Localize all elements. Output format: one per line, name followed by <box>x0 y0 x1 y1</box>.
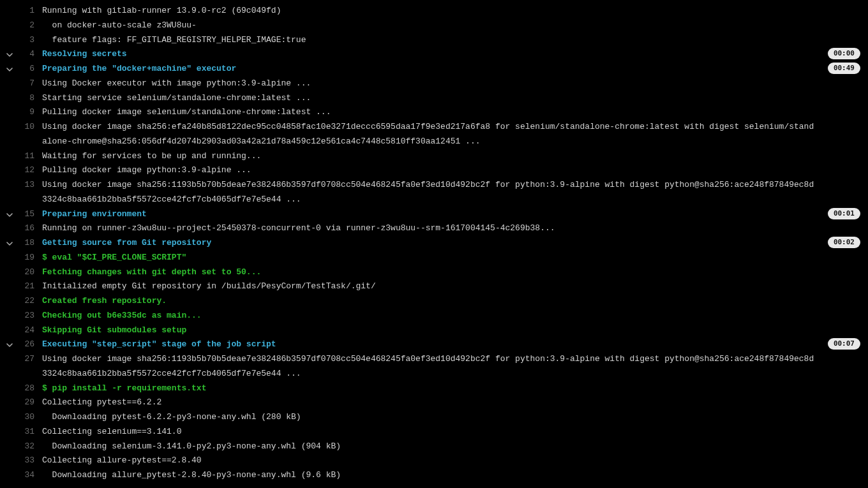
line-content: Skipping Git submodules setup <box>42 323 862 338</box>
log-line: 30 Downloading pytest-6.2.2-py3-none-any… <box>3 410 862 425</box>
collapse-toggle <box>3 396 17 397</box>
line-number: 20 <box>17 265 42 280</box>
duration-badge: 00:01 <box>828 208 860 219</box>
line-content: feature flags: FF_GITLAB_REGISTRY_HELPER… <box>42 33 862 48</box>
collapse-toggle <box>3 33 17 35</box>
log-line: 16Running on runner-z3wu8uu--project-254… <box>3 221 862 236</box>
collapse-toggle <box>3 221 17 223</box>
line-number: 22 <box>17 294 42 309</box>
log-line: 21Initialized empty Git repository in /b… <box>3 279 862 294</box>
line-number: 9 <box>17 105 42 120</box>
duration-badge: 00:07 <box>828 338 860 350</box>
line-content: Using docker image sha256:efa240b85d8122… <box>42 120 862 149</box>
collapse-toggle <box>3 381 17 383</box>
log-line: 20Fetching changes with git depth set to… <box>3 265 862 280</box>
collapse-toggle <box>3 294 17 296</box>
log-line: 27Using docker image sha256:1193b5b70b5d… <box>3 352 862 381</box>
line-number: 21 <box>17 279 42 294</box>
line-content: Initialized empty Git repository in /bui… <box>42 279 862 294</box>
collapse-toggle[interactable] <box>3 236 17 247</box>
collapse-toggle[interactable] <box>3 337 17 348</box>
line-content: $ pip install -r requirements.txt <box>42 381 862 396</box>
line-number: 23 <box>17 309 42 323</box>
collapse-toggle <box>3 4 17 6</box>
line-number: 13 <box>17 178 42 193</box>
log-section-header[interactable]: 18Getting source from Git repository00:0… <box>3 236 862 251</box>
line-number: 3 <box>17 33 42 48</box>
log-line: 7Using Docker executor with image python… <box>3 77 862 91</box>
log-section-header[interactable]: 6Preparing the "docker+machine" executor… <box>3 62 862 77</box>
line-content: Fetching changes with git depth set to 5… <box>42 265 862 280</box>
line-number: 10 <box>17 120 42 135</box>
log-line: 34 Downloading allure_pytest-2.8.40-py3-… <box>3 468 862 483</box>
collapse-toggle[interactable] <box>3 47 17 58</box>
collapse-toggle <box>3 251 17 253</box>
line-number: 32 <box>17 440 42 454</box>
line-number: 18 <box>17 236 42 251</box>
line-number: 26 <box>17 337 42 352</box>
line-content: Preparing environment <box>42 207 862 222</box>
line-content: Preparing the "docker+machine" executor <box>42 62 862 77</box>
log-line: 8Starting service selenium/standalone-ch… <box>3 91 862 106</box>
line-content: Resolving secrets <box>42 47 862 62</box>
line-content: Getting source from Git repository <box>42 236 862 251</box>
collapse-toggle <box>3 468 17 470</box>
collapse-toggle <box>3 425 17 427</box>
log-section-header[interactable]: 15Preparing environment00:01 <box>3 207 862 222</box>
collapse-toggle[interactable] <box>3 207 17 218</box>
line-number: 30 <box>17 410 42 425</box>
line-content: Starting service selenium/standalone-chr… <box>42 91 862 106</box>
line-number: 34 <box>17 468 42 483</box>
log-line: 12Pulling docker image python:3.9-alpine… <box>3 163 862 178</box>
line-content: Checking out b6e335dc as main... <box>42 309 862 323</box>
collapse-toggle <box>3 279 17 281</box>
collapse-toggle[interactable] <box>3 62 17 73</box>
log-section-header[interactable]: 26Executing "step_script" stage of the j… <box>3 337 862 352</box>
collapse-toggle <box>3 91 17 93</box>
line-content: Using docker image sha256:1193b5b70b5dea… <box>42 178 862 207</box>
log-line: 3 feature flags: FF_GITLAB_REGISTRY_HELP… <box>3 33 862 48</box>
duration-badge: 00:49 <box>828 63 860 74</box>
line-number: 15 <box>17 207 42 222</box>
line-number: 29 <box>17 396 42 410</box>
line-number: 28 <box>17 381 42 396</box>
line-number: 11 <box>17 149 42 164</box>
collapse-toggle <box>3 120 17 122</box>
line-number: 12 <box>17 163 42 178</box>
line-content: Running on runner-z3wu8uu--project-25450… <box>42 221 862 236</box>
line-number: 8 <box>17 91 42 106</box>
collapse-toggle <box>3 163 17 165</box>
collapse-toggle <box>3 18 17 20</box>
line-content: Running with gitlab-runner 13.9.0-rc2 (6… <box>42 4 862 18</box>
log-line: 13Using docker image sha256:1193b5b70b5d… <box>3 178 862 207</box>
collapse-toggle <box>3 265 17 267</box>
line-content: Using docker image sha256:1193b5b70b5dea… <box>42 352 862 381</box>
line-content: Collecting pytest==6.2.2 <box>42 396 862 410</box>
line-number: 31 <box>17 425 42 440</box>
log-line: 11Waiting for services to be up and runn… <box>3 149 862 164</box>
line-number: 7 <box>17 77 42 91</box>
line-content: Pulling docker image selenium/standalone… <box>42 105 862 120</box>
log-line: 33Collecting allure-pytest==2.8.40 <box>3 454 862 468</box>
log-line: 23Checking out b6e335dc as main... <box>3 309 862 323</box>
collapse-toggle <box>3 454 17 455</box>
collapse-toggle <box>3 178 17 180</box>
line-content: on docker-auto-scale z3WU8uu- <box>42 18 862 33</box>
line-content: Downloading selenium-3.141.0-py2.py3-non… <box>42 440 862 454</box>
line-content: Created fresh repository. <box>42 294 862 309</box>
collapse-toggle <box>3 323 17 325</box>
line-number: 1 <box>17 4 42 18</box>
line-number: 24 <box>17 323 42 338</box>
line-number: 16 <box>17 221 42 236</box>
collapse-toggle <box>3 410 17 412</box>
line-number: 19 <box>17 251 42 265</box>
log-line: 9Pulling docker image selenium/standalon… <box>3 105 862 120</box>
job-log: 1Running with gitlab-runner 13.9.0-rc2 (… <box>3 4 862 483</box>
line-number: 6 <box>17 62 42 77</box>
log-line: 31Collecting selenium==3.141.0 <box>3 425 862 440</box>
log-section-header[interactable]: 4Resolving secrets00:00 <box>3 47 862 62</box>
line-content: Waiting for services to be up and runnin… <box>42 149 862 164</box>
collapse-toggle <box>3 352 17 354</box>
line-content: Collecting allure-pytest==2.8.40 <box>42 454 862 468</box>
log-line: 22Created fresh repository. <box>3 294 862 309</box>
